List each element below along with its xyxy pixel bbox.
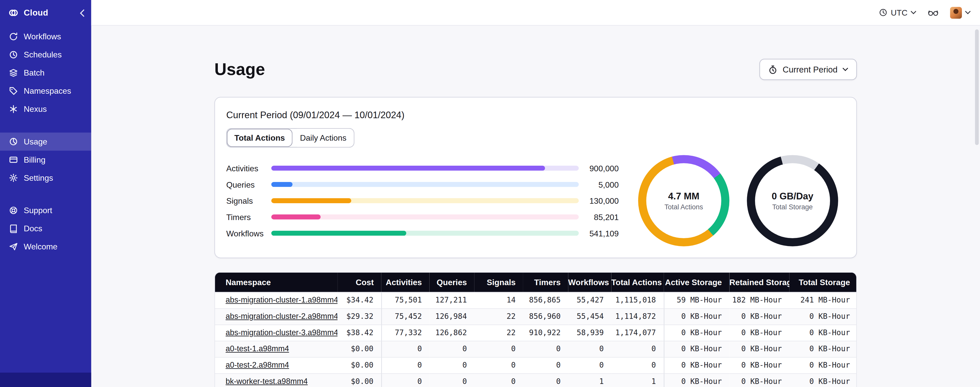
namespace-link[interactable]: abs-migration-cluster-1.a98mm4 bbox=[226, 296, 338, 304]
bar-row: Activities900,000 bbox=[226, 160, 619, 176]
namespace-link[interactable]: abs-migration-cluster-2.a98mm4 bbox=[226, 312, 338, 321]
cell-total_actions: 1 bbox=[611, 373, 664, 387]
bar-track bbox=[271, 166, 579, 171]
chevron-down-icon bbox=[843, 68, 848, 72]
cell-activities: 0 bbox=[381, 341, 430, 357]
cell-workflows: 1 bbox=[568, 373, 611, 387]
cell-total_storage: 0 KB-Hour bbox=[789, 357, 857, 373]
welcome-icon bbox=[9, 242, 18, 251]
table-row: a0-test-1.a98mm4$0.000000000 KB-Hour0 KB… bbox=[215, 341, 857, 357]
column-header-timers: Timers bbox=[523, 273, 568, 292]
namespace-link[interactable]: a0-test-1.a98mm4 bbox=[226, 344, 289, 353]
user-menu[interactable] bbox=[950, 6, 970, 19]
namespace-link[interactable]: bk-worker-test.a98mm4 bbox=[226, 377, 308, 386]
column-header-queries: Queries bbox=[429, 273, 474, 292]
topbar: UTC bbox=[91, 0, 980, 26]
sidebar-item-schedules[interactable]: Schedules bbox=[0, 46, 91, 64]
bar-row: Queries5,000 bbox=[226, 176, 619, 193]
cell-activities: 75,501 bbox=[381, 292, 430, 309]
current-period-title: Current Period (09/01/2024 — 10/01/2024) bbox=[226, 110, 845, 120]
sidebar-collapse-button[interactable] bbox=[80, 9, 85, 17]
sidebar-item-label: Namespaces bbox=[24, 86, 71, 96]
glasses-icon bbox=[928, 8, 939, 17]
period-selector-button[interactable]: Current Period bbox=[760, 59, 857, 80]
cell-signals: 0 bbox=[474, 357, 523, 373]
bar-label: Workflows bbox=[226, 229, 271, 238]
column-header-workflows: Workflows bbox=[568, 273, 611, 292]
sidebar-item-support[interactable]: Support bbox=[0, 201, 91, 219]
chevron-left-icon bbox=[80, 9, 85, 17]
cell-timers: 910,922 bbox=[523, 325, 568, 341]
namespace-link[interactable]: abs-migration-cluster-3.a98mm4 bbox=[226, 328, 338, 337]
cell-queries: 126,984 bbox=[429, 308, 474, 325]
cell-total_storage: 241 MB-Hour bbox=[789, 292, 857, 309]
cell-signals: 22 bbox=[474, 308, 523, 325]
sidebar-item-welcome[interactable]: Welcome bbox=[0, 238, 91, 256]
donut-charts: 4.7 MM Total Actions 0 GB/Day Total Stor… bbox=[638, 155, 845, 246]
avatar bbox=[950, 6, 962, 19]
cell-queries: 126,862 bbox=[429, 325, 474, 341]
cell-activities: 75,452 bbox=[381, 308, 430, 325]
sidebar-item-docs[interactable]: Docs bbox=[0, 219, 91, 238]
table-row: a0-test-2.a98mm4$0.000000000 KB-Hour0 KB… bbox=[215, 357, 857, 373]
cell-namespace: abs-migration-cluster-3.a98mm4 bbox=[215, 325, 337, 341]
current-period-card: Current Period (09/01/2024 — 10/01/2024)… bbox=[214, 97, 857, 258]
total-storage-donut: 0 GB/Day Total Storage bbox=[747, 155, 838, 246]
total-storage-label: Total Storage bbox=[772, 203, 813, 211]
cell-namespace: bk-worker-test.a98mm4 bbox=[215, 373, 337, 387]
scrollbar-thumb[interactable] bbox=[975, 29, 979, 145]
sidebar-item-label: Usage bbox=[24, 137, 47, 146]
tab-daily-actions[interactable]: Daily Actions bbox=[292, 129, 354, 147]
cell-total_actions: 1,174,077 bbox=[611, 325, 664, 341]
cell-retained_storage: 0 KB-Hour bbox=[730, 357, 789, 373]
bar-value: 85,201 bbox=[579, 212, 619, 222]
cell-retained_storage: 0 KB-Hour bbox=[730, 341, 789, 357]
sidebar-item-namespaces[interactable]: Namespaces bbox=[0, 82, 91, 100]
total-actions-label: Total Actions bbox=[665, 203, 703, 211]
table-row: bk-worker-test.a98mm4$0.000000110 KB-Hou… bbox=[215, 373, 857, 387]
sidebar-item-billing[interactable]: Billing bbox=[0, 150, 91, 169]
bar-label: Queries bbox=[226, 180, 271, 189]
cell-active_storage: 0 KB-Hour bbox=[664, 357, 729, 373]
cell-namespace: abs-migration-cluster-1.a98mm4 bbox=[215, 292, 337, 309]
cell-workflows: 0 bbox=[568, 357, 611, 373]
cell-signals: 14 bbox=[474, 292, 523, 309]
namespace-usage-table-card: NamespaceCostActivitiesQueriesSignalsTim… bbox=[214, 272, 857, 387]
timezone-selector[interactable]: UTC bbox=[879, 8, 916, 18]
bar-label: Activities bbox=[226, 163, 271, 173]
column-header-retained_storage: Retained Storage bbox=[730, 273, 789, 292]
sidebar-item-label: Batch bbox=[24, 68, 45, 78]
brand: Cloud bbox=[0, 0, 91, 24]
cell-signals: 0 bbox=[474, 373, 523, 387]
sidebar-item-usage[interactable]: Usage bbox=[0, 133, 91, 150]
sidebar-item-nexus[interactable]: Nexus bbox=[0, 100, 91, 118]
sidebar-item-label: Schedules bbox=[24, 50, 62, 59]
sidebar-item-workflows[interactable]: Workflows bbox=[0, 27, 91, 46]
bar-fill bbox=[271, 198, 351, 203]
sidebar: Cloud WorkflowsSchedulesBatchNamespacesN… bbox=[0, 0, 91, 387]
cell-active_storage: 0 KB-Hour bbox=[664, 373, 729, 387]
bar-fill bbox=[271, 166, 545, 171]
timezone-label: UTC bbox=[891, 8, 907, 18]
namespace-link[interactable]: a0-test-2.a98mm4 bbox=[226, 361, 289, 369]
tab-total-actions[interactable]: Total Actions bbox=[227, 129, 292, 147]
cell-activities: 0 bbox=[381, 373, 430, 387]
column-header-signals: Signals bbox=[474, 273, 523, 292]
glasses-icon-button[interactable] bbox=[928, 8, 939, 17]
sidebar-footer bbox=[0, 373, 91, 387]
bar-value: 541,109 bbox=[579, 229, 619, 238]
cell-timers: 0 bbox=[523, 373, 568, 387]
cell-total_actions: 1,114,872 bbox=[611, 308, 664, 325]
sidebar-item-batch[interactable]: Batch bbox=[0, 64, 91, 82]
cell-cost: $0.00 bbox=[337, 357, 381, 373]
column-header-cost: Cost bbox=[337, 273, 381, 292]
sidebar-item-settings[interactable]: Settings bbox=[0, 169, 91, 187]
cell-queries: 127,211 bbox=[429, 292, 474, 309]
cell-retained_storage: 182 MB-Hour bbox=[730, 292, 789, 309]
bar-fill bbox=[271, 231, 406, 236]
batch-icon bbox=[9, 68, 18, 78]
cell-workflows: 55,427 bbox=[568, 292, 611, 309]
table-header-row: NamespaceCostActivitiesQueriesSignalsTim… bbox=[215, 273, 857, 292]
bar-track bbox=[271, 214, 579, 219]
billing-icon bbox=[9, 155, 18, 165]
